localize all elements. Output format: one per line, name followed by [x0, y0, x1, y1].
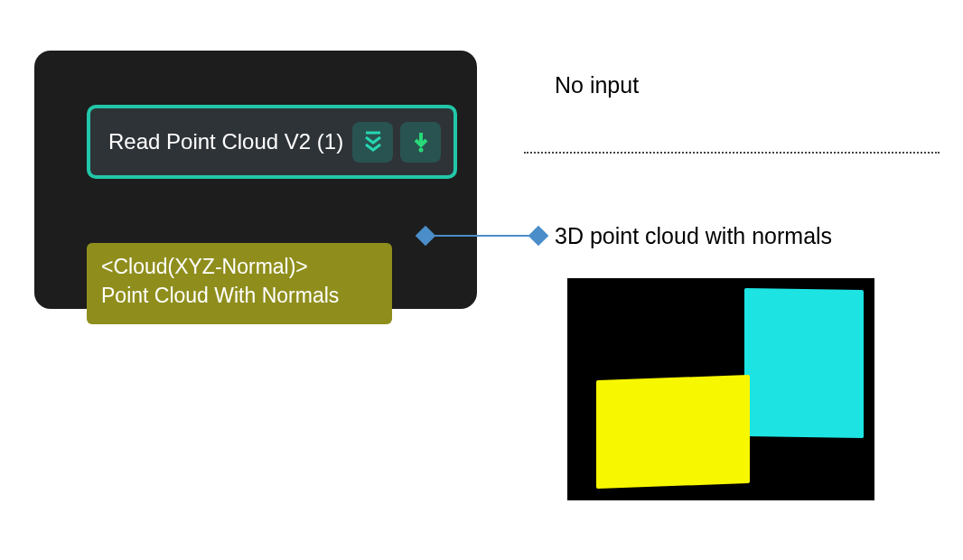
pointcloud-blob-yellow: [596, 375, 750, 489]
arrow-download-icon: [409, 130, 433, 154]
svg-point-2: [418, 148, 423, 153]
connector-end-diamond: [528, 226, 549, 247]
output-type-label: <Cloud(XYZ-Normal)>: [101, 252, 378, 281]
pointcloud-blob-cyan: [744, 288, 864, 438]
node-output-port-label: <Cloud(XYZ-Normal)> Point Cloud With Nor…: [87, 243, 392, 324]
divider: [524, 152, 940, 154]
no-input-label: No input: [555, 72, 639, 98]
output-name-label: Point Cloud With Normals: [101, 281, 378, 310]
connector-line: [432, 235, 533, 237]
node-title: Read Point Cloud V2 (1): [108, 129, 345, 154]
collapse-double-down-button[interactable]: [352, 122, 393, 163]
double-chevron-down-icon: [361, 130, 385, 154]
node-header[interactable]: Read Point Cloud V2 (1): [87, 105, 457, 179]
node-container: Read Point Cloud V2 (1) <Cloud(XYZ-Norma…: [34, 51, 477, 309]
output-description-label: 3D point cloud with normals: [555, 223, 832, 249]
download-button[interactable]: [400, 122, 441, 163]
